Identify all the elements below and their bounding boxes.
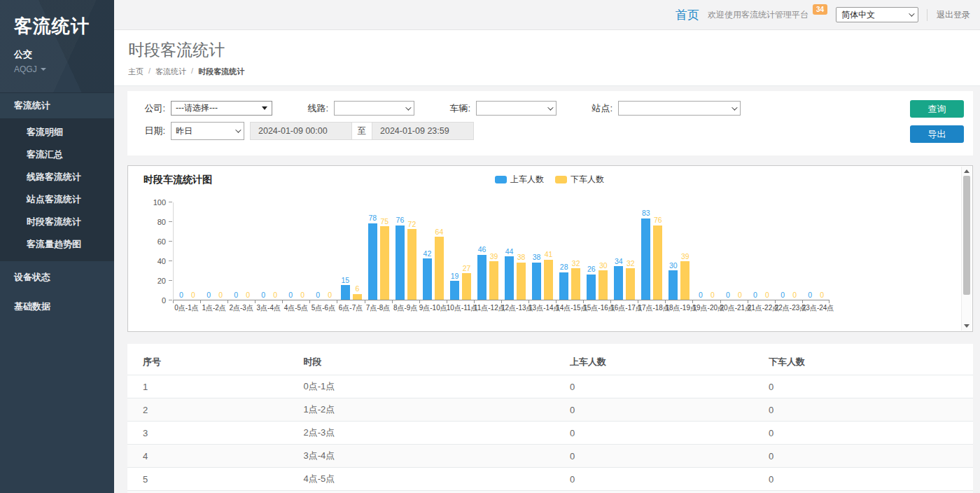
table-cell: 5点-6点 xyxy=(288,491,555,493)
chart-scrollbar[interactable] xyxy=(961,167,972,331)
bar[interactable] xyxy=(532,263,541,300)
date-preset-select[interactable]: 昨日 xyxy=(171,122,244,140)
bar-value-label: 27 xyxy=(463,265,471,272)
sidebar-item-device-status[interactable]: 设备状态 xyxy=(0,264,114,291)
bar-column: 28 xyxy=(559,202,569,300)
bar-value-label: 39 xyxy=(681,253,690,261)
scrollbar-thumb[interactable] xyxy=(963,176,970,295)
bar[interactable] xyxy=(407,229,416,300)
bar[interactable] xyxy=(614,266,623,300)
table-cell: 6 xyxy=(127,491,288,493)
breadcrumb-item[interactable]: 主页 xyxy=(128,67,144,77)
page-heading: 时段客流统计 主页/客流统计/时段客流统计 xyxy=(114,30,980,86)
bar[interactable] xyxy=(626,268,635,300)
scrollbar-track[interactable] xyxy=(962,176,972,324)
breadcrumb-item[interactable]: 客流统计 xyxy=(155,67,186,77)
table-cell: 0 xyxy=(753,468,973,491)
bar[interactable] xyxy=(462,273,471,300)
date-to-label: 至 xyxy=(352,122,372,140)
sidebar-subitem[interactable]: 客流量趋势图 xyxy=(0,233,114,256)
date-end-input[interactable]: 2024-01-09 23:59 xyxy=(372,122,474,140)
bar-value-label: 0 xyxy=(765,291,769,299)
x-tick-label: 10点-11点 xyxy=(447,300,474,313)
export-button[interactable]: 导出 xyxy=(910,125,964,143)
x-tick-label: 9点-10点 xyxy=(419,300,447,313)
bar-column: 32 xyxy=(625,202,636,300)
bar[interactable] xyxy=(423,258,432,300)
sidebar-item-base-data[interactable]: 基础数据 xyxy=(0,293,114,320)
bar-value-label: 32 xyxy=(626,260,635,268)
bar-group: 2832 xyxy=(556,202,584,300)
sidebar-subitem[interactable]: 站点客流统计 xyxy=(0,188,114,211)
bar-column: 19 xyxy=(449,202,460,300)
bar[interactable] xyxy=(368,223,377,300)
bar-column: 27 xyxy=(461,202,472,300)
bar[interactable] xyxy=(641,218,650,300)
bar-column: 0 xyxy=(258,202,269,300)
line-select[interactable] xyxy=(334,101,414,116)
bar[interactable] xyxy=(668,270,678,300)
bar[interactable] xyxy=(450,281,459,300)
bar-column: 0 xyxy=(790,202,800,300)
bar-group: 1927 xyxy=(447,202,474,300)
bar[interactable] xyxy=(680,261,690,300)
language-select[interactable]: 简体中文 xyxy=(836,7,918,22)
bar[interactable] xyxy=(353,294,362,300)
bar-group: 8376 xyxy=(638,202,666,300)
line-label: 线路: xyxy=(304,102,328,115)
bar-value-label: 0 xyxy=(699,291,703,299)
vehicle-select[interactable] xyxy=(476,101,556,116)
sidebar-item-passenger-stats[interactable]: 客流统计 xyxy=(0,92,114,118)
x-tick-label: 11点-12点 xyxy=(474,300,501,313)
bar-value-label: 0 xyxy=(206,291,211,299)
home-link[interactable]: 首页 xyxy=(676,7,699,23)
breadcrumb-separator: / xyxy=(191,67,193,77)
sidebar-subitem[interactable]: 线路客流统计 xyxy=(0,166,114,188)
bar-column: 0 xyxy=(762,202,773,300)
scroll-up-icon[interactable] xyxy=(964,169,969,173)
legend-item-boarding[interactable]: 上车人数 xyxy=(495,174,544,186)
bar[interactable] xyxy=(505,256,514,300)
sidebar-subitem[interactable]: 时段客流统计 xyxy=(0,211,114,233)
station-select[interactable] xyxy=(618,101,741,116)
legend-item-alighting[interactable]: 下车人数 xyxy=(555,174,604,186)
bar[interactable] xyxy=(517,263,526,300)
bar[interactable] xyxy=(477,255,486,300)
bar-value-label: 0 xyxy=(753,291,757,299)
bar-column: 38 xyxy=(531,202,542,300)
bar-column: 6 xyxy=(352,202,363,300)
user-menu[interactable]: AQGJ xyxy=(14,64,114,74)
date-start-input[interactable]: 2024-01-09 00:00 xyxy=(250,122,352,140)
logout-link[interactable]: 退出登录 xyxy=(927,9,970,21)
bar-column: 78 xyxy=(368,202,378,300)
y-tick-label: 20 xyxy=(158,277,166,285)
bar[interactable] xyxy=(341,285,350,300)
x-tick-label: 4点-5点 xyxy=(282,300,309,313)
bar-group: 00 xyxy=(201,202,228,300)
search-button[interactable]: 查询 xyxy=(910,100,964,118)
bar[interactable] xyxy=(571,268,580,300)
legend-swatch-yellow xyxy=(555,176,567,183)
sidebar-subitem[interactable]: 客流明细 xyxy=(0,121,114,144)
bar[interactable] xyxy=(544,260,553,300)
bar[interactable] xyxy=(380,226,389,300)
bar-value-label: 46 xyxy=(478,246,486,254)
app-logo: 客流统计 xyxy=(0,0,114,39)
bar[interactable] xyxy=(598,270,608,300)
table-cell: 5 xyxy=(127,468,288,491)
chevron-down-icon xyxy=(547,104,553,110)
bar-group: 00 xyxy=(720,202,748,300)
bar[interactable] xyxy=(489,261,498,300)
company-select[interactable]: ---请选择--- xyxy=(171,101,272,116)
bar[interactable] xyxy=(559,272,568,300)
sidebar-subitem[interactable]: 客流汇总 xyxy=(0,144,114,166)
language-value: 简体中文 xyxy=(841,9,875,21)
bar[interactable] xyxy=(396,225,405,300)
notification-badge[interactable]: 34 xyxy=(813,4,827,15)
scroll-down-icon[interactable] xyxy=(964,324,969,328)
bar[interactable] xyxy=(587,275,596,300)
bar-group: 156 xyxy=(337,202,365,300)
bar-group: 4639 xyxy=(475,202,502,300)
bar[interactable] xyxy=(653,225,662,300)
bar[interactable] xyxy=(435,237,444,300)
